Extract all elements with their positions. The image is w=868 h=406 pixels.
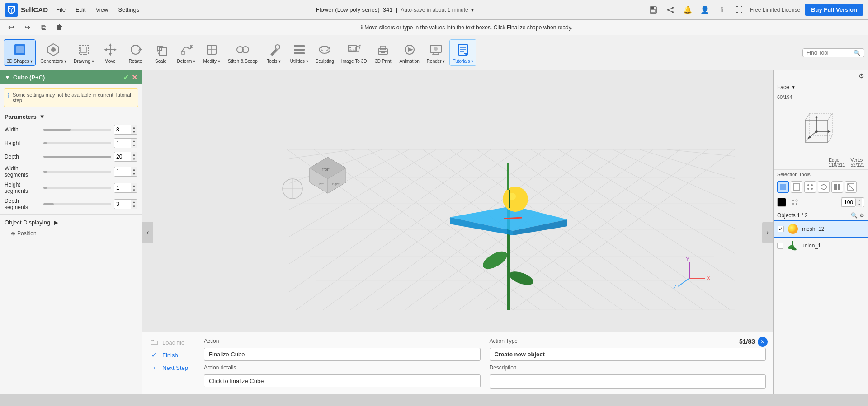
- fullscreen-icon[interactable]: ⛶: [733, 4, 745, 16]
- duplicate-button[interactable]: ⧉: [37, 21, 50, 34]
- nav-prev-button[interactable]: ‹: [142, 222, 153, 243]
- buy-button[interactable]: Buy Full Version: [805, 4, 863, 16]
- tool-utilities[interactable]: Utilities ▾: [288, 40, 311, 65]
- sel-object-button[interactable]: [818, 181, 830, 193]
- account-icon[interactable]: 👤: [698, 4, 711, 16]
- sel-vertex-button[interactable]: [804, 181, 816, 193]
- param-hseg-down[interactable]: ▼: [131, 188, 137, 192]
- next-step-label: Next Step: [162, 364, 188, 371]
- svg-point-157: [788, 224, 798, 234]
- param-depth-up[interactable]: ▲: [131, 152, 137, 157]
- objects-search-icon[interactable]: 🔍: [851, 212, 858, 219]
- tool-drawing[interactable]: Drawing ▾: [71, 40, 96, 65]
- notifications-icon[interactable]: 🔔: [681, 4, 694, 16]
- param-wseg-input[interactable]: [114, 168, 131, 176]
- next-step-action[interactable]: › Next Step: [150, 363, 195, 372]
- undo-button[interactable]: ↩: [5, 21, 17, 34]
- object-item-mesh12[interactable]: ✓ mesh_12: [774, 220, 868, 238]
- tutorials-icon: [455, 42, 471, 58]
- object-checkbox-union1[interactable]: [777, 243, 783, 249]
- right-panel-gear-icon[interactable]: ⚙: [859, 72, 864, 79]
- opacity-up[interactable]: ▲: [856, 198, 862, 202]
- tool-tools[interactable]: Tools ▾: [262, 40, 286, 65]
- file-menu[interactable]: File: [52, 5, 70, 15]
- nav-next-button[interactable]: ›: [762, 222, 773, 243]
- tool-sculpting[interactable]: Sculpting: [313, 40, 337, 65]
- params-header[interactable]: Parameters ▼: [0, 111, 142, 123]
- info-icon[interactable]: ℹ: [716, 4, 728, 16]
- tool-stitch[interactable]: Stitch & Scoop: [225, 40, 260, 65]
- object-checkbox-mesh12[interactable]: ✓: [778, 226, 784, 232]
- panel-cancel-button[interactable]: ✕: [132, 73, 137, 82]
- param-depth-slider[interactable]: [43, 156, 111, 158]
- param-dseg-slider[interactable]: [43, 203, 111, 205]
- object-item-union1[interactable]: union_1: [774, 238, 868, 254]
- settings-menu[interactable]: Settings: [113, 5, 144, 15]
- tool-3dshapes[interactable]: 3D Shapes ▾: [4, 39, 36, 66]
- param-dseg-up[interactable]: ▲: [131, 200, 137, 204]
- param-depth-down[interactable]: ▼: [131, 157, 137, 161]
- edit-menu[interactable]: Edit: [71, 5, 90, 15]
- opacity-down[interactable]: ▼: [856, 202, 862, 207]
- license-text: Free Limited License: [750, 7, 800, 13]
- params-label: Parameters: [5, 113, 37, 120]
- face-dropdown-arrow[interactable]: ▼: [791, 85, 796, 90]
- param-width-slider[interactable]: [43, 129, 111, 131]
- description-input[interactable]: [490, 374, 766, 389]
- find-tool-input[interactable]: [807, 50, 852, 56]
- param-dseg-down[interactable]: ▼: [131, 204, 137, 209]
- position-row[interactable]: ⊕ Position: [0, 229, 142, 238]
- objects-settings-icon[interactable]: ⚙: [859, 212, 864, 219]
- tool-tutorials[interactable]: Tutorials ▾: [449, 39, 476, 66]
- tool-generators[interactable]: Generators ▾: [38, 40, 69, 65]
- param-depth-input[interactable]: [114, 153, 131, 161]
- svg-point-101: [480, 248, 510, 272]
- tool-modify[interactable]: Modify ▾: [200, 40, 223, 65]
- delete-button[interactable]: 🗑: [53, 21, 66, 34]
- opacity-input[interactable]: [841, 198, 856, 207]
- param-height-slider[interactable]: [43, 142, 111, 144]
- object-displaying[interactable]: Object Displaying ▶: [0, 216, 142, 229]
- pattern-icon[interactable]: [789, 196, 801, 208]
- tool-scale[interactable]: Scale: [149, 40, 173, 65]
- param-width-up[interactable]: ▲: [131, 125, 137, 130]
- param-height-input[interactable]: [114, 139, 131, 147]
- param-width-input[interactable]: [114, 126, 131, 134]
- redo-button[interactable]: ↪: [21, 21, 33, 34]
- param-wseg-slider[interactable]: [43, 171, 111, 173]
- share-icon[interactable]: [664, 4, 677, 16]
- param-height-down[interactable]: ▼: [131, 143, 137, 148]
- svg-marker-23: [114, 48, 117, 51]
- sel-face-button[interactable]: [777, 181, 789, 193]
- param-width-down[interactable]: ▼: [131, 130, 137, 134]
- view-menu[interactable]: View: [91, 5, 113, 15]
- find-tool-box[interactable]: 🔍: [802, 48, 864, 57]
- bottom-panel-close-button[interactable]: ✕: [758, 337, 768, 347]
- sel-edge-button[interactable]: [791, 181, 802, 193]
- tool-move[interactable]: Move: [99, 40, 122, 65]
- save-icon[interactable]: [647, 4, 660, 16]
- color-swatch[interactable]: [777, 198, 786, 207]
- tool-render[interactable]: Render ▾: [424, 40, 448, 65]
- param-wseg-down[interactable]: ▼: [131, 172, 137, 176]
- param-height-up[interactable]: ▲: [131, 139, 137, 143]
- action-details-input[interactable]: [204, 374, 481, 387]
- action-input[interactable]: [204, 348, 481, 361]
- viewport[interactable]: Y X Z front left right: [142, 70, 773, 394]
- param-hseg-input[interactable]: [114, 184, 131, 192]
- tool-rotate[interactable]: Rotate: [124, 40, 147, 65]
- tool-deform[interactable]: Deform ▾: [175, 40, 198, 65]
- param-hseg-up[interactable]: ▲: [131, 183, 137, 188]
- panel-confirm-button[interactable]: ✓: [123, 73, 129, 82]
- tool-animation[interactable]: Animation: [396, 40, 422, 65]
- sel-all-button[interactable]: [831, 181, 843, 193]
- param-wseg-up[interactable]: ▲: [131, 167, 137, 172]
- param-hseg-slider[interactable]: [43, 187, 111, 189]
- finish-action[interactable]: ✓ Finish: [150, 350, 195, 359]
- sel-invert-button[interactable]: [845, 181, 857, 193]
- param-dseg-input[interactable]: [114, 200, 131, 208]
- tool-3dprint[interactable]: 3D Print: [371, 40, 395, 65]
- tool-image-to-3d[interactable]: Image To 3D: [339, 40, 370, 65]
- svg-point-44: [349, 47, 351, 48]
- load-file-action[interactable]: Load file: [150, 338, 195, 347]
